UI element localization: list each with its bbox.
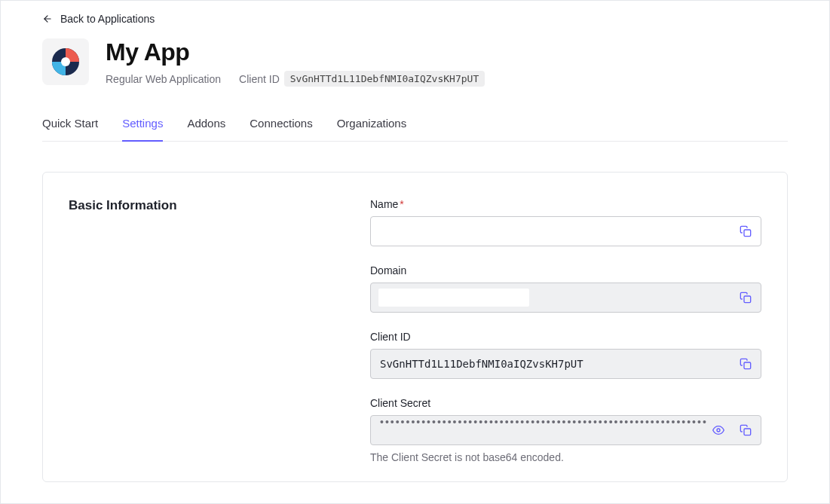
tab-organizations[interactable]: Organizations bbox=[337, 117, 407, 142]
client-id-field-label: Client ID bbox=[370, 331, 761, 343]
client-secret-input[interactable]: ••••••••••••••••••••••••••••••••••••••••… bbox=[371, 416, 706, 444]
arrow-left-icon bbox=[42, 14, 53, 24]
copy-name-button[interactable] bbox=[734, 219, 758, 243]
copy-domain-button[interactable] bbox=[734, 286, 758, 310]
svg-point-2 bbox=[61, 57, 70, 66]
field-name: Name* bbox=[370, 198, 761, 246]
tab-addons[interactable]: Addons bbox=[187, 117, 225, 142]
name-label: Name* bbox=[370, 198, 761, 210]
domain-redaction-mask bbox=[378, 289, 529, 307]
required-indicator: * bbox=[400, 198, 403, 210]
svg-rect-4 bbox=[744, 296, 751, 303]
reveal-client-secret-button[interactable] bbox=[706, 418, 730, 442]
copy-icon bbox=[740, 225, 752, 237]
copy-client-id-button[interactable] bbox=[734, 352, 758, 376]
tab-settings[interactable]: Settings bbox=[122, 117, 163, 142]
field-domain: Domain bbox=[370, 264, 761, 313]
tab-connections[interactable]: Connections bbox=[250, 117, 312, 142]
field-client-id: Client ID bbox=[370, 331, 761, 379]
copy-icon bbox=[740, 292, 752, 304]
client-id-label: Client ID bbox=[239, 73, 280, 85]
app-logo bbox=[42, 38, 89, 85]
back-to-applications-link[interactable]: Back to Applications bbox=[42, 13, 155, 25]
tab-quick-start[interactable]: Quick Start bbox=[42, 117, 98, 142]
eye-icon bbox=[712, 424, 724, 436]
tabs: Quick Start Settings Addons Connections … bbox=[42, 117, 788, 142]
name-input[interactable] bbox=[371, 217, 734, 246]
copy-icon bbox=[740, 358, 752, 370]
app-title: My App bbox=[106, 38, 485, 66]
svg-point-6 bbox=[717, 429, 720, 432]
field-client-secret: Client Secret ••••••••••••••••••••••••••… bbox=[370, 397, 761, 463]
app-type: Regular Web Application bbox=[106, 73, 221, 85]
back-link-label: Back to Applications bbox=[60, 13, 155, 25]
settings-panel: Basic Information Name* Domain bbox=[42, 172, 788, 482]
section-title-basic-info: Basic Information bbox=[69, 198, 340, 481]
copy-icon bbox=[740, 424, 752, 436]
svg-rect-5 bbox=[744, 362, 751, 369]
client-id-value[interactable]: SvGnHTTd1L11DebfNMI0aIQZvsKH7pUT bbox=[284, 71, 485, 87]
client-id-chip: Client ID SvGnHTTd1L11DebfNMI0aIQZvsKH7p… bbox=[239, 71, 485, 87]
client-id-input[interactable] bbox=[371, 350, 734, 378]
svg-rect-7 bbox=[744, 429, 751, 435]
app-header: My App Regular Web Application Client ID… bbox=[42, 38, 788, 87]
copy-client-secret-button[interactable] bbox=[734, 418, 758, 442]
client-secret-help: The Client Secret is not base64 encoded. bbox=[370, 451, 761, 463]
client-secret-label: Client Secret bbox=[370, 397, 761, 409]
app-logo-icon bbox=[51, 47, 81, 77]
svg-rect-3 bbox=[744, 230, 751, 237]
domain-label: Domain bbox=[370, 264, 761, 276]
